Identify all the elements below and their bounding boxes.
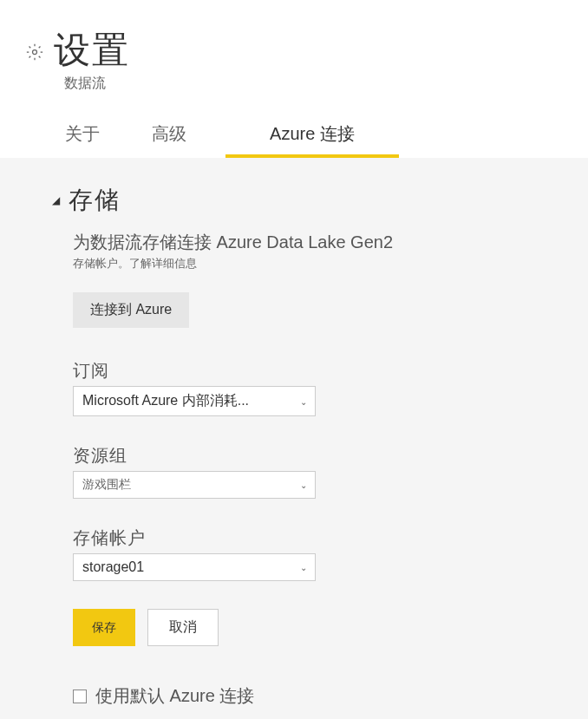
section-header[interactable]: ◢ 存储 — [52, 184, 536, 217]
page-subtitle: 数据流 — [64, 75, 562, 93]
resource-group-field: 资源组 游戏围栏 ⌄ — [73, 444, 536, 499]
section-subdescription: 存储帐户。了解详细信息 — [73, 256, 536, 271]
storage-account-field: 存储帐户 storage01 ⌄ — [73, 526, 536, 581]
tab-about[interactable]: 关于 — [26, 114, 113, 158]
connect-to-azure-button[interactable]: 连接到 Azure — [73, 292, 189, 328]
save-button[interactable]: 保存 — [73, 609, 135, 646]
title-row: 设置 — [26, 26, 562, 75]
section-body: 为数据流存储连接 Azure Data Lake Gen2 存储帐户。了解详细信… — [73, 231, 536, 708]
section-description: 为数据流存储连接 Azure Data Lake Gen2 — [73, 231, 536, 254]
cancel-button[interactable]: 取消 — [147, 609, 219, 646]
section-title: 存储 — [69, 184, 121, 217]
use-default-label: 使用默认 Azure 连接 — [95, 684, 254, 708]
storage-account-select-wrapper: storage01 ⌄ — [73, 553, 316, 581]
subscription-label: 订阅 — [73, 359, 536, 382]
gear-icon — [26, 43, 43, 64]
content-panel: ◢ 存储 为数据流存储连接 Azure Data Lake Gen2 存储帐户。… — [0, 158, 588, 719]
subscription-select[interactable]: Microsoft Azure 内部消耗... — [73, 386, 316, 416]
tab-azure-connection[interactable]: Azure 连接 — [225, 114, 399, 158]
resource-group-select[interactable]: 游戏围栏 — [73, 471, 316, 499]
svg-point-0 — [33, 50, 37, 55]
subscription-field: 订阅 Microsoft Azure 内部消耗... ⌄ — [73, 359, 536, 416]
header: 设置 数据流 关于 高级 Azure 连接 — [0, 0, 588, 158]
resource-group-select-wrapper: 游戏围栏 ⌄ — [73, 471, 316, 499]
button-row: 保存 取消 — [73, 609, 536, 646]
page-title: 设置 — [54, 26, 130, 75]
use-default-row: 使用默认 Azure 连接 — [73, 684, 536, 708]
use-default-checkbox[interactable] — [73, 690, 87, 703]
storage-account-select[interactable]: storage01 — [73, 553, 316, 581]
storage-account-label: 存储帐户 — [73, 526, 536, 550]
tab-advanced[interactable]: 高级 — [113, 114, 225, 158]
resource-group-label: 资源组 — [73, 444, 536, 467]
collapse-icon: ◢ — [52, 194, 60, 206]
tabs: 关于 高级 Azure 连接 — [26, 114, 562, 158]
subscription-select-wrapper: Microsoft Azure 内部消耗... ⌄ — [73, 386, 316, 416]
